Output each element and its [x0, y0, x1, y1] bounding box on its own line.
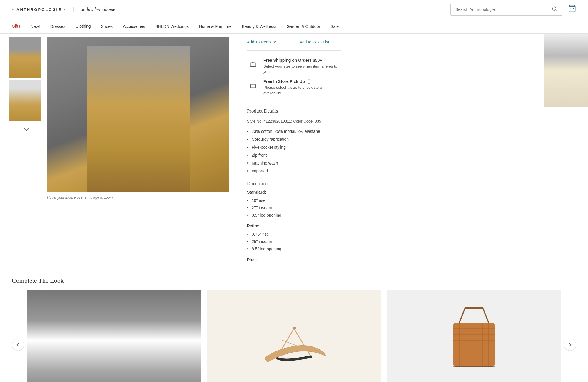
pants-image-overlay: [87, 46, 190, 192]
thumb-img-1: [9, 37, 41, 78]
dimensions-title: Dimensions: [247, 181, 341, 186]
chevron-down-icon: [24, 128, 29, 131]
search-box[interactable]: [450, 4, 562, 16]
petite-dims-list: •9.75" rise •25" inseam •8.5" leg openin…: [247, 231, 341, 253]
standard-dims-list: •10" rise •27" inseam •8.5" leg opening: [247, 197, 341, 219]
thumbnail-2[interactable]: [9, 80, 41, 121]
nav-item-clothing[interactable]: Clothing: [76, 23, 91, 30]
search-input[interactable]: [455, 7, 552, 12]
product-image-0: [27, 290, 201, 382]
product-card-2[interactable]: Loeffler Randall Woven Shoulder Bag: [387, 290, 561, 382]
pickup-desc: Please select a size to check store avai…: [263, 85, 341, 96]
product-image-2: [387, 290, 561, 382]
logo-anthropologie[interactable]: ✦ ANTHROPOLOGIE ✦: [12, 7, 74, 12]
search-area: [450, 4, 576, 16]
cart-svg: [568, 4, 576, 13]
pickup-title-text: Free In Store Pick Up: [263, 79, 305, 84]
carousel-prev-button[interactable]: [12, 339, 24, 351]
outfit-figure: [544, 34, 588, 107]
petite-dim-2: •8.5" leg opening: [247, 245, 341, 253]
sandal-illustration: [253, 311, 335, 370]
shipping-box-icon: [247, 58, 259, 70]
product-image-display: [47, 37, 229, 192]
nav-item-new[interactable]: New!: [31, 23, 40, 30]
store-icon-box: [247, 79, 259, 91]
svg-rect-14: [453, 323, 495, 367]
logo-anthro-text: anthro: [81, 7, 93, 12]
standard-dimensions: Standard: •10" rise •27" inseam •8.5" le…: [247, 190, 341, 219]
product-images-area: Hover your mouse over an image to zoom.: [0, 34, 229, 268]
logo-text: ANTHROPOLOGIE: [16, 7, 62, 12]
logo-anthro-living[interactable]: anthro livinghome: [81, 7, 115, 12]
far-right-outfit[interactable]: [544, 34, 588, 107]
info-circle-icon[interactable]: i: [307, 79, 311, 84]
free-shipping-item: Free Shipping on Orders $50+ Select your…: [247, 58, 341, 74]
main-content: Hover your mouse over an image to zoom. …: [0, 34, 588, 268]
product-details-header: Product Details −: [247, 108, 341, 114]
pickup-title: Free In Store Pick Up i: [263, 79, 341, 84]
add-to-wishlist-link[interactable]: Add to Wish List: [300, 40, 329, 44]
registry-links: Add To Registry Add to Wish List: [247, 40, 341, 51]
products-carousel: Cloth & Stone Shirred-Collar Blouse Jeff…: [12, 290, 576, 382]
product-card-0[interactable]: Cloth & Stone Shirred-Collar Blouse: [27, 290, 201, 382]
main-product-image: Hover your mouse over an image to zoom.: [47, 37, 229, 268]
svg-line-12: [459, 308, 465, 323]
pickup-text: Free In Store Pick Up i Please select a …: [263, 79, 341, 96]
free-shipping-desc: Select your size to see when item arrive…: [263, 64, 341, 74]
product-card-1[interactable]: Jeffrey Campbell Ankle Strap Heeled Sand…: [207, 290, 381, 382]
nav-item-shoes[interactable]: Shoes: [101, 23, 113, 30]
nav-item-garden[interactable]: Garden & Outdoor: [287, 23, 320, 30]
logo-area: ✦ ANTHROPOLOGIE ✦ anthro livinghome: [12, 0, 124, 19]
products-grid: Cloth & Stone Shirred-Collar Blouse Jeff…: [27, 290, 561, 382]
nav-item-gifts[interactable]: Gifts: [12, 23, 20, 30]
standard-dim-0: •10" rise: [247, 197, 341, 204]
product-image-1: [207, 290, 381, 382]
chevron-right-icon: [568, 343, 572, 347]
product-details-section: Product Details − Style No. 412238201031…: [247, 108, 341, 262]
box-icon: [250, 61, 256, 67]
complete-look-heading: Complete The Look: [12, 277, 576, 284]
header: ✦ ANTHROPOLOGIE ✦ anthro livinghome: [0, 0, 588, 19]
thumbnail-1[interactable]: [9, 37, 41, 78]
nav-item-bhldn[interactable]: BHLDN Weddings: [156, 23, 189, 30]
detail-bullet-2: •Five-pocket styling: [247, 143, 341, 151]
logo-star-left: ✦: [12, 8, 15, 11]
petite-dim-0: •9.75" rise: [247, 231, 341, 238]
nav-item-home-furniture[interactable]: Home & Furniture: [199, 23, 231, 30]
svg-rect-10: [293, 327, 296, 329]
svg-line-7: [294, 329, 312, 358]
nav-item-accessories[interactable]: Accessories: [123, 23, 145, 30]
complete-look-section: Complete The Look Cloth & Stone Shirred-…: [0, 268, 588, 382]
detail-bullet-1: •Corduroy fabrication: [247, 135, 341, 143]
nav-item-sale[interactable]: Sale: [330, 23, 339, 30]
free-shipping-text: Free Shipping on Orders $50+ Select your…: [263, 58, 341, 74]
store-icon: [250, 82, 256, 88]
shipping-section: Free Shipping on Orders $50+ Select your…: [247, 58, 341, 96]
pickup-item: Free In Store Pick Up i Please select a …: [247, 79, 341, 96]
thumbnail-chevron-down[interactable]: [9, 124, 44, 135]
nav-item-beauty[interactable]: Beauty & Wellness: [242, 23, 276, 30]
svg-line-13: [483, 308, 489, 323]
petite-label: Petite:: [247, 224, 341, 228]
person-img-bg: [27, 290, 201, 382]
carousel-next-button[interactable]: [564, 339, 576, 351]
standard-label: Standard:: [247, 190, 341, 195]
nav-item-dresses[interactable]: Dresses: [50, 23, 65, 30]
cart-icon[interactable]: [568, 4, 576, 14]
free-shipping-title: Free Shipping on Orders $50+: [263, 58, 341, 63]
zoom-hint: Hover your mouse over an image to zoom.: [47, 192, 229, 202]
search-icon: [552, 6, 557, 11]
outfit-image: [544, 34, 588, 107]
product-details-title: Product Details: [247, 108, 278, 114]
detail-bullet-4: •Machine wash: [247, 159, 341, 167]
thumb-img-2: [9, 80, 41, 121]
add-to-registry-link[interactable]: Add To Registry: [247, 40, 276, 44]
collapse-icon[interactable]: −: [338, 108, 341, 114]
svg-line-1: [555, 10, 556, 11]
svg-point-0: [552, 7, 556, 10]
detail-bullet-0: •73% cotton, 25% modal, 2% elastane: [247, 128, 341, 135]
style-number: Style No. 4122382010311; Color Code: 035: [247, 119, 341, 123]
search-icon-button[interactable]: [552, 6, 557, 13]
petite-dim-1: •25" inseam: [247, 238, 341, 245]
divider-1: [247, 102, 341, 102]
